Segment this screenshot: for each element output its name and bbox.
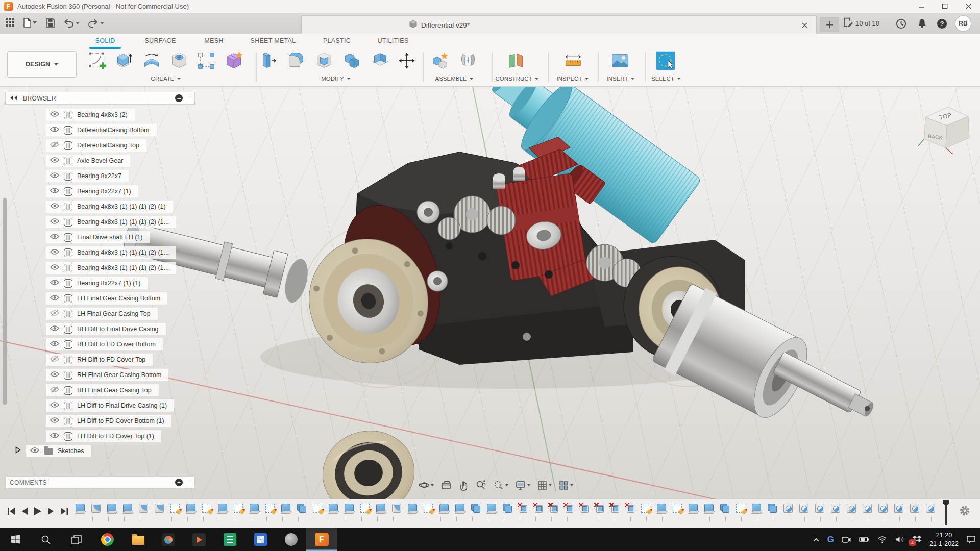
orbit-icon[interactable] bbox=[418, 479, 435, 492]
timeline-feature-extrude-icon[interactable] bbox=[439, 504, 449, 513]
timeline-feature-fillet-icon[interactable] bbox=[139, 504, 148, 513]
recent-clock-icon[interactable] bbox=[894, 17, 908, 30]
tab-sheet-metal[interactable]: SHEET METAL bbox=[251, 37, 296, 44]
step-forward-icon[interactable] bbox=[47, 507, 55, 517]
browser-item[interactable]: Bearing 8x22x7 (1) (1) bbox=[46, 276, 176, 291]
timeline-feature-extrude-icon[interactable] bbox=[218, 504, 227, 513]
browser-item[interactable]: DifferentialCasing Top bbox=[46, 138, 176, 153]
visibility-eye-icon[interactable] bbox=[50, 202, 59, 211]
timeline-feature-joint-error-icon[interactable] bbox=[550, 505, 558, 513]
avatar[interactable]: RB bbox=[955, 16, 971, 31]
timeline-feature-joint-error-icon[interactable] bbox=[520, 505, 527, 513]
group-inspect[interactable]: INSPECT bbox=[557, 76, 589, 82]
timeline-feature-joint-error-icon[interactable] bbox=[535, 505, 543, 513]
visibility-eye-icon[interactable] bbox=[50, 401, 59, 410]
timeline-feature-extrude-icon[interactable] bbox=[345, 504, 354, 513]
timeline-feature-sketch-icon[interactable] bbox=[736, 504, 745, 513]
group-construct[interactable]: CONSTRUCT bbox=[495, 76, 538, 82]
action-center-icon[interactable] bbox=[966, 535, 976, 544]
battery-icon[interactable] bbox=[859, 536, 870, 543]
timeline-settings-gear-icon[interactable] bbox=[959, 505, 971, 519]
wifi-icon[interactable] bbox=[877, 536, 887, 543]
minimize-circle-icon[interactable]: – bbox=[175, 94, 183, 102]
chrome-icon[interactable] bbox=[92, 528, 122, 551]
timeline-feature-extrude-icon[interactable] bbox=[657, 504, 666, 513]
visibility-eye-icon[interactable] bbox=[50, 324, 59, 334]
drag-grip[interactable] bbox=[188, 479, 190, 486]
combine-icon[interactable] bbox=[341, 50, 363, 71]
visibility-eye-off-icon[interactable] bbox=[50, 141, 59, 150]
timeline-feature-extrude-icon[interactable] bbox=[689, 504, 698, 513]
browser-item[interactable]: Bearing 4x8x3 (1) (1) (1) (2) (1... bbox=[46, 245, 176, 260]
timeline-feature-hole-icon[interactable] bbox=[894, 504, 903, 513]
group-select[interactable]: SELECT bbox=[651, 76, 681, 82]
timeline-feature-extrude-icon[interactable] bbox=[487, 504, 496, 513]
timeline-feature-hole-icon[interactable] bbox=[799, 504, 808, 513]
timeline-feature-combine-icon[interactable] bbox=[768, 504, 777, 513]
document-tab[interactable]: Differential v29* bbox=[301, 15, 817, 34]
google-g-icon[interactable]: G bbox=[827, 535, 834, 545]
viewport-3d[interactable]: TOP BACK BROWSER – Bearing 4x8x3 (2)Diff… bbox=[0, 87, 980, 499]
timeline-feature-extrude-icon[interactable] bbox=[455, 504, 464, 513]
group-create[interactable]: CREATE bbox=[151, 76, 181, 82]
drag-grip[interactable] bbox=[188, 94, 190, 102]
workspace-selector[interactable]: DESIGN bbox=[7, 51, 77, 78]
visibility-eye-icon[interactable] bbox=[50, 233, 59, 242]
tab-surface[interactable]: SURFACE bbox=[144, 37, 176, 44]
close-icon[interactable] bbox=[957, 0, 980, 13]
pan-icon[interactable] bbox=[457, 479, 470, 492]
timeline-feature-sketch-icon[interactable] bbox=[234, 504, 243, 513]
timeline-feature-extrude-icon[interactable] bbox=[250, 504, 259, 513]
timeline-feature-hole-icon[interactable] bbox=[878, 504, 888, 513]
help-icon[interactable]: ? bbox=[935, 17, 948, 30]
group-assemble[interactable]: ASSEMBLE bbox=[435, 76, 474, 82]
insert-image-icon[interactable] bbox=[609, 50, 631, 71]
timeline-feature-joint-error-icon[interactable] bbox=[581, 505, 589, 513]
visibility-eye-icon[interactable] bbox=[50, 187, 59, 196]
timeline-feature-sketch-icon[interactable] bbox=[424, 504, 433, 513]
fusion-360-icon[interactable]: F bbox=[306, 528, 337, 551]
volume-icon[interactable] bbox=[895, 536, 904, 543]
grid-settings-icon[interactable] bbox=[536, 479, 553, 492]
zoom-icon[interactable] bbox=[474, 479, 487, 492]
visibility-eye-off-icon[interactable] bbox=[50, 309, 59, 318]
visibility-eye-icon[interactable] bbox=[50, 370, 59, 380]
timeline-feature-extrude-icon[interactable] bbox=[107, 504, 116, 513]
timeline-feature-joint-error-icon[interactable] bbox=[611, 505, 619, 513]
hidden-icons-chevron[interactable] bbox=[813, 537, 820, 542]
taskbar-clock[interactable]: 21:20 21-1-2022 bbox=[929, 531, 959, 548]
tab-mesh[interactable]: MESH bbox=[204, 37, 223, 44]
redo-icon[interactable] bbox=[88, 19, 104, 28]
pattern-icon[interactable] bbox=[195, 50, 217, 71]
group-modify[interactable]: MODIFY bbox=[321, 76, 351, 82]
skip-to-start-icon[interactable] bbox=[7, 507, 15, 517]
expand-arrow-icon[interactable] bbox=[15, 446, 21, 456]
fillet-icon[interactable] bbox=[285, 50, 307, 71]
save-icon[interactable] bbox=[46, 18, 55, 28]
group-insert[interactable]: INSERT bbox=[607, 76, 635, 82]
task-view-icon[interactable] bbox=[61, 528, 92, 551]
browser-item[interactable]: Bearing 4x8x3 (2) bbox=[46, 107, 176, 122]
browser-item[interactable]: RH Diff to Final Drive Casing bbox=[46, 321, 176, 337]
timeline-feature-combine-icon[interactable] bbox=[503, 504, 512, 513]
visibility-eye-icon[interactable] bbox=[50, 126, 59, 135]
hole-icon[interactable] bbox=[168, 50, 190, 71]
visibility-eye-off-icon[interactable] bbox=[50, 386, 59, 395]
move-icon[interactable] bbox=[396, 50, 418, 71]
add-comment-icon[interactable]: + bbox=[175, 479, 183, 486]
timeline-feature-extrude-icon[interactable] bbox=[186, 504, 195, 513]
timeline-feature-sketch-icon[interactable] bbox=[313, 504, 322, 513]
visibility-eye-off-icon[interactable] bbox=[50, 355, 59, 364]
visibility-eye-icon[interactable] bbox=[50, 263, 59, 272]
browser-item[interactable]: DifferentialCasing Bottom bbox=[46, 122, 176, 138]
undo-icon[interactable] bbox=[63, 19, 80, 28]
viewports-icon[interactable] bbox=[557, 479, 574, 492]
display-settings-icon[interactable] bbox=[514, 479, 531, 491]
davinci-resolve-icon[interactable] bbox=[153, 528, 184, 551]
browser-item[interactable]: Axle Bevel Gear bbox=[46, 153, 176, 168]
close-tab-icon[interactable] bbox=[800, 20, 809, 30]
spreadsheet-app-icon[interactable] bbox=[214, 528, 245, 551]
timeline-feature-sketch-icon[interactable] bbox=[265, 504, 275, 513]
app-grid-icon[interactable] bbox=[5, 17, 15, 27]
timeline-feature-hole-icon[interactable] bbox=[863, 504, 872, 513]
